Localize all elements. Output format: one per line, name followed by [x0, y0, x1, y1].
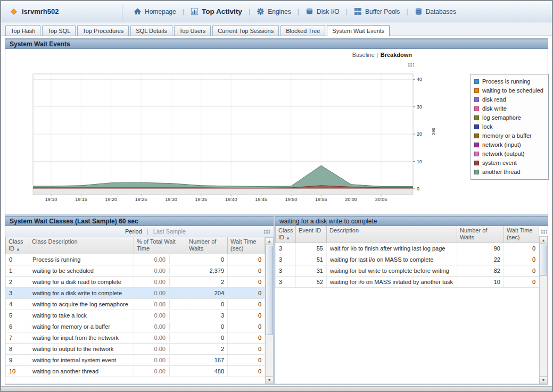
tab-sql-details[interactable]: SQL Details: [130, 25, 172, 36]
nav-item-buffer-pools[interactable]: Buffer Pools: [348, 6, 406, 17]
column-header-wait-time-sec[interactable]: Wait Time (sec): [228, 237, 265, 254]
legend-color-swatch: [474, 97, 479, 102]
cell: 0.00: [134, 288, 186, 299]
cell: waiting for last i/o on MASS to complete: [327, 254, 457, 265]
nav-item-engines[interactable]: Engines: [251, 6, 296, 17]
tab-top-users[interactable]: Top Users: [174, 25, 211, 36]
table-header-row: Class ID▲Event IDDescriptionNumber of Wa…: [276, 226, 539, 243]
tab-content: System Wait Events Baseline|Breakdown 01…: [5, 38, 548, 385]
tab-top-hash[interactable]: Top Hash: [5, 25, 40, 36]
nav-item-top-activity[interactable]: Top Activity: [185, 6, 248, 17]
column-header-of-total-wait-time[interactable]: % of Total Wait Time: [134, 237, 186, 254]
legend-item-another-thread: another thread: [474, 168, 543, 177]
cell: 3: [6, 288, 29, 299]
cell: 5: [6, 310, 29, 321]
svg-text:19:20: 19:20: [105, 197, 117, 202]
table-row[interactable]: 355wait for i/o to finish after writing …: [276, 243, 539, 254]
scroll-down-button[interactable]: ▼: [266, 376, 273, 383]
column-header-class-description[interactable]: Class Description: [29, 237, 134, 254]
cell: 1: [6, 265, 29, 277]
scrollbar-thumb[interactable]: [266, 246, 273, 335]
table-row[interactable]: 351waiting for last i/o on MASS to compl…: [276, 254, 539, 265]
legend-color-swatch: [474, 88, 479, 93]
vertical-scrollbar[interactable]: ▲ ▼: [265, 237, 274, 384]
table-row[interactable]: 10waiting on another thread0.004880: [6, 366, 265, 377]
cell: 167: [186, 355, 228, 366]
homepage-icon: [134, 7, 142, 16]
scrollbar-thumb[interactable]: [540, 245, 547, 276]
table-row[interactable]: 352waiting for i/o on MASS initated by a…: [276, 277, 539, 288]
legend-color-swatch: [474, 124, 479, 129]
cell: 0.00: [134, 321, 186, 332]
legend-label: system event: [482, 159, 517, 168]
nav-item-disk-i-o[interactable]: Disk I/O: [300, 6, 345, 17]
table-row[interactable]: 8waiting to output to the network0.0020: [6, 344, 265, 355]
databases-icon: [415, 7, 423, 16]
column-header-event-id[interactable]: Event ID: [296, 226, 327, 243]
scrollbar-track[interactable]: [266, 245, 273, 376]
cell: 0: [228, 321, 265, 332]
vertical-scrollbar[interactable]: ▲ ▼: [539, 236, 548, 384]
table-options-icon[interactable]: [263, 229, 270, 234]
svg-text:19:45: 19:45: [255, 197, 267, 202]
table-row[interactable]: 4waiting to acquire the log semaphore0.0…: [6, 299, 265, 310]
view-link-breakdown[interactable]: Breakdown: [378, 52, 414, 58]
cell: 22: [457, 254, 504, 265]
panel-title: waiting for a disk write to complete: [279, 218, 377, 225]
legend-label: lock: [482, 122, 493, 131]
column-header-number-of-waits[interactable]: Number of Waits: [186, 237, 228, 254]
cell: 2: [186, 277, 228, 288]
tab-current-top-sessions[interactable]: Current Top Sessions: [212, 25, 279, 36]
tab-blocked-tree[interactable]: Blocked Tree: [280, 25, 325, 36]
table-row[interactable]: 6waiting for memory or a buffer0.0000: [6, 321, 265, 332]
legend-item-network-output: network (output): [474, 149, 543, 159]
tab-system-wait-events[interactable]: System Wait Events: [327, 25, 390, 36]
cell: 0.00: [134, 254, 186, 265]
cell: 0: [504, 254, 539, 265]
table-row[interactable]: 2waiting for a disk read to complete0.00…: [6, 277, 265, 288]
nav-item-label: Top Activity: [202, 7, 242, 15]
svg-text:19:50: 19:50: [285, 197, 298, 202]
column-header-class-id[interactable]: Class ID▲: [6, 237, 29, 254]
view-link-baseline[interactable]: Baseline: [350, 52, 377, 58]
table-row[interactable]: 7waiting for input from the network0.000…: [6, 332, 265, 344]
scrollbar-track[interactable]: [540, 244, 547, 376]
cell: 0: [186, 299, 228, 310]
cell: 0: [228, 310, 265, 321]
cell: 3: [276, 277, 296, 288]
table-row[interactable]: 3waiting for a disk write to complete0.0…: [6, 288, 265, 299]
chart-menu-row: [32, 60, 414, 66]
table-options-icon[interactable]: [540, 229, 547, 234]
scroll-up-button[interactable]: ▲: [266, 238, 273, 245]
app-header: isrvmrh502 Homepage|Top Activity|Engines…: [1, 1, 552, 22]
table-row[interactable]: 1waiting to be scheduled0.002,3790: [6, 265, 265, 277]
column-header-description[interactable]: Description: [327, 226, 457, 243]
table-row[interactable]: 331waiting for buf write to complete bef…: [276, 265, 539, 277]
cell: waiting for a disk write to complete: [29, 288, 134, 299]
table-row[interactable]: 0Process is running0.0000: [6, 254, 265, 265]
period-value[interactable]: Last Sample: [153, 228, 186, 235]
wait-classes-panel: System Wait Classes (Last Sample) 60 sec…: [5, 216, 274, 384]
toolbar-separator: |: [144, 228, 152, 235]
tab-top-sql[interactable]: Top SQL: [42, 25, 76, 36]
cell: 4: [6, 299, 29, 310]
legend-label: disk write: [482, 104, 507, 113]
legend-color-swatch: [474, 143, 479, 147]
svg-text:19:40: 19:40: [225, 197, 237, 202]
column-header-class-id[interactable]: Class ID▲: [276, 226, 296, 243]
scroll-up-button[interactable]: ▲: [540, 237, 547, 244]
legend-item-system-event: system event: [474, 159, 543, 168]
buffer-pools-icon: [354, 7, 362, 16]
column-header-number-of-waits[interactable]: Number of Waits: [457, 226, 504, 243]
scroll-down-button[interactable]: ▼: [540, 376, 547, 383]
view-switcher: Baseline|Breakdown: [32, 51, 414, 60]
table-row[interactable]: 9waiting for internal system event0.0016…: [6, 355, 265, 366]
table-row[interactable]: 5waiting to take a lock0.0030: [6, 310, 265, 321]
column-header-wait-time-sec[interactable]: Wait Time (sec): [504, 226, 539, 243]
nav-item-homepage[interactable]: Homepage: [128, 6, 182, 17]
cell: 90: [457, 243, 504, 254]
legend-label: memory or a buffer: [482, 131, 532, 140]
tab-top-procedures[interactable]: Top Procedures: [77, 25, 129, 36]
system-wait-events-panel: System Wait Events Baseline|Breakdown 01…: [5, 39, 548, 214]
nav-item-databases[interactable]: Databases: [409, 6, 462, 17]
